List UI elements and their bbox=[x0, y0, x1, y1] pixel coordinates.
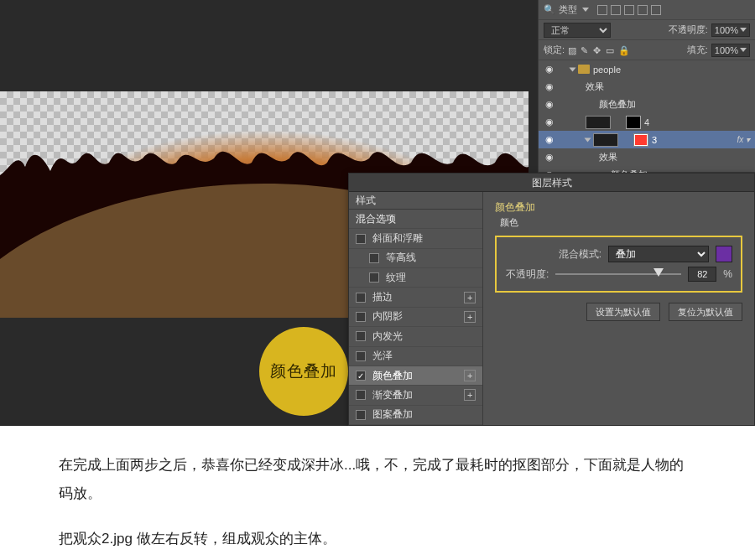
checkbox[interactable] bbox=[356, 293, 366, 303]
layer-name: 4 bbox=[644, 117, 649, 127]
annotation-badge-color-overlay: 颜色叠加 bbox=[259, 327, 348, 416]
lock-label: 锁定: bbox=[544, 44, 565, 56]
effects-label: 效果 bbox=[599, 151, 617, 163]
checkbox[interactable] bbox=[369, 253, 379, 263]
blend-mode-label: 混合模式: bbox=[558, 247, 601, 262]
percent-sign: % bbox=[723, 268, 732, 280]
fill-value[interactable]: 100% bbox=[711, 44, 750, 57]
checkbox[interactable] bbox=[356, 351, 366, 361]
style-contour[interactable]: 等高线 bbox=[349, 249, 482, 268]
layer-3-effects[interactable]: ◉ 效果 bbox=[539, 148, 755, 166]
opacity-label: 不透明度: bbox=[669, 23, 708, 36]
color-swatch[interactable] bbox=[716, 246, 732, 262]
chevron-down-icon[interactable] bbox=[582, 8, 589, 12]
checkbox[interactable] bbox=[356, 234, 366, 244]
lock-artboard-icon[interactable]: ▭ bbox=[606, 45, 615, 54]
opacity-row: 不透明度: % bbox=[505, 264, 732, 284]
layer-thumb bbox=[593, 133, 618, 147]
disclosure-icon[interactable] bbox=[585, 137, 591, 142]
style-bevel-emboss[interactable]: 斜面和浮雕 bbox=[349, 229, 482, 248]
layer-4[interactable]: ◉ 4 bbox=[539, 113, 755, 131]
visibility-icon[interactable]: ◉ bbox=[544, 117, 555, 127]
paragraph-1: 在完成上面两步之后，恭喜你已经变成深井冰...哦，不，完成了最耗时的抠图部分，下… bbox=[59, 451, 696, 508]
layers-blend-row: 正常 不透明度: 100% bbox=[539, 20, 755, 40]
effects-label: 效果 bbox=[586, 80, 604, 93]
visibility-icon[interactable]: ◉ bbox=[544, 64, 555, 75]
layer-style-dialog: 图层样式 样式 混合选项 斜面和浮雕 等高线 纹理 bbox=[348, 173, 755, 426]
visibility-icon[interactable]: ◉ bbox=[544, 152, 555, 163]
search-icon: 🔍 bbox=[544, 4, 555, 15]
filter-type-label[interactable]: 类型 bbox=[559, 3, 577, 16]
lock-all-icon[interactable]: 🔒 bbox=[618, 45, 627, 54]
layer-thumb bbox=[586, 116, 611, 129]
style-texture[interactable]: 纹理 bbox=[349, 268, 482, 288]
checkbox[interactable] bbox=[356, 410, 366, 420]
badge-label: 颜色叠加 bbox=[270, 360, 337, 382]
filter-smart-icon[interactable] bbox=[651, 5, 661, 15]
style-color-overlay[interactable]: 颜色叠加 + bbox=[349, 366, 482, 386]
color-sublabel: 颜色 bbox=[495, 216, 742, 229]
blend-mode-select[interactable]: 叠加 bbox=[608, 246, 709, 262]
filter-icons bbox=[597, 5, 661, 15]
default-buttons: 设置为默认值 复位为默认值 bbox=[495, 303, 742, 321]
make-default-button[interactable]: 设置为默认值 bbox=[586, 303, 660, 321]
style-inner-glow[interactable]: 内发光 bbox=[349, 327, 482, 346]
checkbox[interactable] bbox=[356, 312, 366, 322]
visibility-icon[interactable]: ◉ bbox=[544, 134, 555, 145]
article-text: 在完成上面两步之后，恭喜你已经变成深井冰...哦，不，完成了最耗时的抠图部分，下… bbox=[0, 426, 755, 560]
layer-name: 3 bbox=[652, 135, 657, 145]
checkbox[interactable] bbox=[356, 390, 366, 400]
style-gradient-overlay[interactable]: 渐变叠加 + bbox=[349, 386, 482, 405]
opacity-value-field[interactable] bbox=[688, 267, 716, 282]
dialog-title: 图层样式 bbox=[349, 174, 754, 192]
highlighted-controls: 混合模式: 叠加 不透明度: % bbox=[495, 236, 742, 293]
add-icon[interactable]: + bbox=[464, 370, 476, 381]
filter-shape-icon[interactable] bbox=[638, 5, 648, 15]
add-icon[interactable]: + bbox=[464, 292, 476, 303]
add-icon[interactable]: + bbox=[464, 311, 476, 323]
layers-lock-row: 锁定: ▨ ✎ ✥ ▭ 🔒 填充: 100% bbox=[539, 40, 755, 60]
layer-group-people[interactable]: ◉ people bbox=[539, 60, 755, 78]
visibility-icon[interactable]: ◉ bbox=[544, 99, 555, 110]
opacity-label: 不透明度: bbox=[505, 267, 549, 282]
layer-list: ◉ people ◉ 效果 ◉ 颜色叠加 ◉ bbox=[539, 60, 755, 184]
chevron-down-icon bbox=[740, 28, 747, 32]
blending-options[interactable]: 混合选项 bbox=[349, 210, 482, 229]
fx-badge[interactable]: fx ▾ bbox=[737, 135, 750, 144]
layer-effects[interactable]: ◉ 效果 bbox=[539, 78, 755, 96]
filter-pixel-icon[interactable] bbox=[597, 5, 607, 15]
lock-transparent-icon[interactable]: ▨ bbox=[568, 45, 577, 54]
lock-image-icon[interactable]: ✎ bbox=[581, 45, 590, 54]
layer-style-settings: 颜色叠加 颜色 混合模式: 叠加 不透明度: bbox=[483, 192, 754, 425]
layers-panel: 🔍 类型 正常 不透明度: 100% 锁定: ▨ ✎ ✥ ▭ bbox=[538, 0, 755, 173]
style-satin[interactable]: 光泽 bbox=[349, 347, 482, 366]
layer-effect-color-overlay[interactable]: ◉ 颜色叠加 bbox=[539, 96, 755, 113]
disclosure-icon[interactable] bbox=[570, 67, 576, 71]
visibility-icon[interactable]: ◉ bbox=[544, 81, 555, 92]
folder-icon bbox=[578, 65, 590, 74]
blend-mode-select[interactable]: 正常 bbox=[544, 23, 611, 38]
checkbox[interactable] bbox=[369, 272, 379, 283]
photoshop-screenshot: 颜色叠加 🔍 类型 正常 不透明度: 100% 锁定: bbox=[0, 0, 755, 426]
chevron-down-icon bbox=[740, 48, 747, 52]
style-inner-shadow[interactable]: 内阴影 + bbox=[349, 308, 482, 327]
layer-3[interactable]: ◉ 3 fx ▾ bbox=[539, 131, 755, 148]
opacity-value[interactable]: 100% bbox=[711, 23, 750, 37]
style-stroke[interactable]: 描边 + bbox=[349, 288, 482, 307]
lock-position-icon[interactable]: ✥ bbox=[593, 45, 602, 54]
section-title: 颜色叠加 bbox=[495, 200, 742, 215]
mask-thumb bbox=[626, 116, 641, 129]
opacity-slider[interactable] bbox=[555, 268, 681, 280]
filter-type-icon[interactable] bbox=[624, 5, 634, 15]
mask-thumb bbox=[633, 133, 648, 147]
reset-default-button[interactable]: 复位为默认值 bbox=[669, 303, 742, 321]
checkbox[interactable] bbox=[356, 331, 366, 341]
filter-adjust-icon[interactable] bbox=[611, 5, 621, 15]
layer-style-effects-list: 样式 混合选项 斜面和浮雕 等高线 纹理 描边 bbox=[349, 192, 483, 425]
styles-header[interactable]: 样式 bbox=[349, 192, 482, 210]
style-pattern-overlay[interactable]: 图案叠加 bbox=[349, 406, 482, 425]
add-icon[interactable]: + bbox=[464, 389, 476, 401]
fill-label: 填充: bbox=[687, 44, 708, 56]
blend-mode-row: 混合模式: 叠加 bbox=[505, 244, 732, 264]
checkbox[interactable] bbox=[356, 371, 366, 381]
